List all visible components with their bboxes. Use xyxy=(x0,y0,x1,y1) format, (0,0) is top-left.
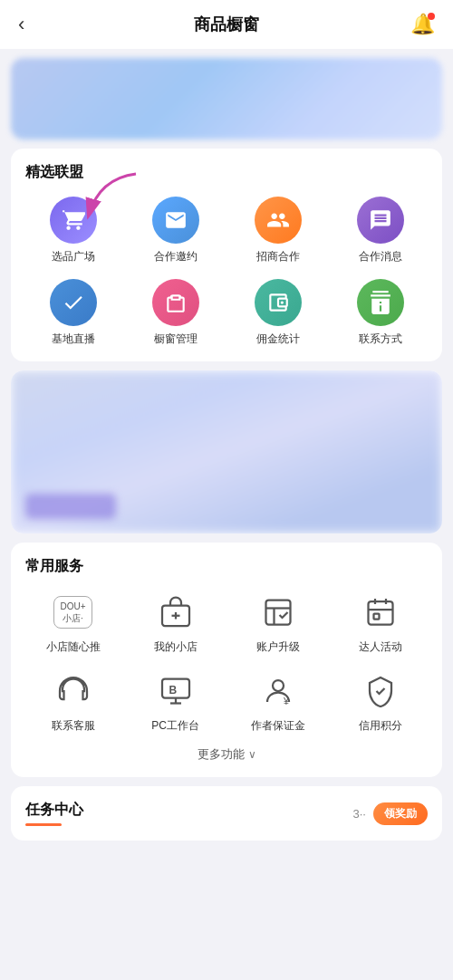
task-count-label: 3·· xyxy=(353,807,366,821)
customer-service-icon xyxy=(57,675,90,707)
lianxi-label: 联系方式 xyxy=(359,331,402,347)
author-deposit-icon: ¥ xyxy=(262,675,294,707)
notification-dot xyxy=(428,13,435,20)
hezuo-yao-icon xyxy=(152,197,199,244)
yongjin-label: 佣金统计 xyxy=(256,331,300,347)
alliance-item-hezuo-yao[interactable]: 合作邀约 xyxy=(128,197,223,264)
svg-rect-9 xyxy=(373,614,379,620)
task-center-title: 任务中心 xyxy=(25,801,83,820)
hezuo-yao-label: 合作邀约 xyxy=(154,249,198,264)
credit-score-label: 信用积分 xyxy=(359,718,402,734)
alliance-item-lianxi[interactable]: 联系方式 xyxy=(333,279,428,347)
account-upgrade-icon xyxy=(262,596,294,629)
task-reward-button[interactable]: 领奖励 xyxy=(373,802,428,825)
lianxi-icon xyxy=(357,279,404,326)
selected-alliance-card: 精选联盟 选品广场 xyxy=(11,149,442,361)
page-title: 商品橱窗 xyxy=(194,14,259,35)
shop-push-label: 小店随心推 xyxy=(46,639,101,655)
alliance-icon-grid: 选品广场 合作邀约 招商合作 xyxy=(25,197,428,347)
xuanpin-icon xyxy=(50,197,97,244)
common-services-title: 常用服务 xyxy=(25,557,428,576)
service-item-shop-push[interactable]: DOU+小店· 小店随心推 xyxy=(25,591,120,655)
shop-push-icon: DOU+小店· xyxy=(53,596,92,629)
back-button[interactable]: ‹ xyxy=(18,13,24,36)
alliance-item-zhaoshan[interactable]: 招商合作 xyxy=(230,197,325,264)
svg-point-14 xyxy=(273,680,284,691)
xuanpin-label: 选品广场 xyxy=(52,249,95,264)
selected-alliance-title: 精选联盟 xyxy=(25,163,428,182)
task-center-card: 任务中心 3·· 领奖励 xyxy=(11,786,442,841)
account-upgrade-icon-box xyxy=(256,591,300,634)
svg-rect-8 xyxy=(368,601,392,625)
chuchuang-label: 橱窗管理 xyxy=(154,331,198,347)
talent-activity-label: 达人活动 xyxy=(359,639,402,655)
service-item-account-upgrade[interactable]: 账户升级 xyxy=(230,591,325,655)
task-center-left: 任务中心 xyxy=(25,801,83,826)
header: ‹ 商品橱窗 🔔 xyxy=(0,0,453,49)
zhaoshan-label: 招商合作 xyxy=(256,249,300,264)
alliance-item-chuchuang[interactable]: 橱窗管理 xyxy=(128,279,223,347)
svg-text:B: B xyxy=(169,684,177,697)
task-center-right: 3·· 领奖励 xyxy=(353,802,428,825)
service-item-pc-workbench[interactable]: B PC工作台 xyxy=(128,669,223,734)
zhaoshan-icon xyxy=(255,197,302,244)
alliance-item-hezuo-msg[interactable]: 合作消息 xyxy=(333,197,428,264)
customer-service-icon-box xyxy=(52,669,95,713)
alliance-item-jidi[interactable]: 基地直播 xyxy=(25,279,120,347)
talent-activity-icon-box xyxy=(359,591,402,634)
yongjin-icon xyxy=(255,279,302,326)
more-functions-label: 更多功能 xyxy=(198,746,245,763)
credit-score-icon-box xyxy=(359,669,402,713)
service-item-talent-activity[interactable]: 达人活动 xyxy=(333,591,428,655)
shop-push-icon-box: DOU+小店· xyxy=(52,591,95,634)
credit-score-icon xyxy=(364,675,397,707)
my-shop-label: 我的小店 xyxy=(154,639,198,655)
service-item-my-shop[interactable]: 我的小店 xyxy=(128,591,223,655)
pc-workbench-label: PC工作台 xyxy=(151,718,199,734)
alliance-item-xuanpin[interactable]: 选品广场 xyxy=(25,197,120,264)
hezuo-msg-label: 合作消息 xyxy=(359,249,402,264)
svg-text:¥: ¥ xyxy=(283,696,289,706)
jidi-label: 基地直播 xyxy=(52,331,95,347)
svg-point-1 xyxy=(280,301,283,303)
service-item-author-deposit[interactable]: ¥ 作者保证金 xyxy=(230,669,325,734)
author-deposit-icon-box: ¥ xyxy=(256,669,300,713)
alliance-item-yongjin[interactable]: 佣金统计 xyxy=(230,279,325,347)
my-shop-icon xyxy=(159,596,192,629)
pc-workbench-icon: B xyxy=(159,675,192,707)
jidi-icon xyxy=(50,279,97,326)
services-grid: DOU+小店· 小店随心推 我的小店 xyxy=(25,591,428,734)
service-item-customer-service[interactable]: 联系客服 xyxy=(25,669,120,734)
chevron-down-icon: ∨ xyxy=(248,748,256,761)
hezuo-msg-icon xyxy=(357,197,404,244)
talent-activity-icon xyxy=(364,596,397,629)
top-banner xyxy=(11,58,442,139)
task-title-underline xyxy=(25,823,62,826)
account-upgrade-label: 账户升级 xyxy=(256,639,300,655)
customer-service-label: 联系客服 xyxy=(52,718,95,734)
author-deposit-label: 作者保证金 xyxy=(251,718,305,734)
my-shop-icon-box xyxy=(154,591,198,634)
more-functions-button[interactable]: 更多功能 ∨ xyxy=(25,746,428,763)
common-services-card: 常用服务 DOU+小店· 小店随心推 我的小店 xyxy=(11,543,442,777)
middle-banner-card xyxy=(11,370,442,533)
service-item-credit-score[interactable]: 信用积分 xyxy=(333,669,428,734)
notification-bell[interactable]: 🔔 xyxy=(410,13,435,36)
blurred-bottom-bar xyxy=(25,494,116,519)
chuchuang-icon xyxy=(152,279,199,326)
pc-workbench-icon-box: B xyxy=(154,669,198,713)
